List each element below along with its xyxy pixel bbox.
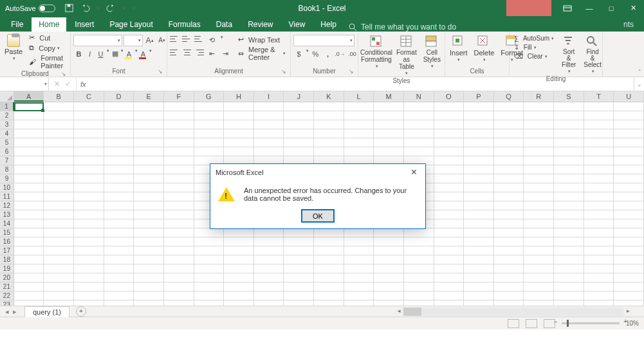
cell[interactable] (314, 273, 344, 282)
cell[interactable] (464, 210, 494, 219)
cell[interactable] (404, 255, 434, 264)
alignment-dialog-launcher-icon[interactable]: ↘ (281, 68, 286, 75)
cell[interactable] (44, 255, 74, 264)
cell[interactable] (14, 237, 44, 246)
cell[interactable] (584, 282, 614, 291)
cell[interactable] (104, 300, 134, 306)
page-layout-view-button[interactable] (526, 319, 537, 328)
cell[interactable] (134, 291, 164, 300)
cell[interactable] (374, 291, 404, 300)
cell[interactable] (374, 237, 404, 246)
cell[interactable] (614, 111, 644, 120)
cell[interactable] (134, 237, 164, 246)
cell[interactable] (584, 120, 614, 129)
cell[interactable] (614, 228, 644, 237)
cell[interactable] (74, 183, 104, 192)
cell[interactable] (374, 264, 404, 273)
cell[interactable] (464, 192, 494, 201)
cell[interactable] (284, 111, 314, 120)
cell[interactable] (194, 102, 225, 111)
cell[interactable] (134, 210, 164, 219)
cell[interactable] (434, 282, 465, 291)
cell[interactable] (134, 201, 164, 210)
column-header[interactable]: E (134, 91, 164, 102)
cell[interactable] (44, 147, 74, 156)
cell[interactable] (134, 183, 164, 192)
cell[interactable] (554, 210, 584, 219)
select-all-button[interactable] (0, 91, 14, 102)
cell[interactable] (434, 129, 465, 138)
cell[interactable] (104, 210, 134, 219)
scroll-right-icon[interactable]: ▸ (623, 308, 632, 316)
cell[interactable] (44, 282, 74, 291)
cell[interactable] (314, 291, 344, 300)
cell[interactable] (404, 300, 434, 306)
cell[interactable] (374, 129, 404, 138)
dialog-ok-button[interactable]: OK (302, 210, 334, 222)
cell[interactable] (584, 156, 614, 165)
cell[interactable] (164, 111, 194, 120)
cell[interactable] (284, 300, 314, 306)
cell[interactable] (374, 246, 404, 255)
cell[interactable] (164, 201, 194, 210)
cell[interactable] (134, 282, 164, 291)
cell[interactable] (614, 210, 644, 219)
cell[interactable] (524, 138, 554, 147)
cell[interactable] (164, 237, 194, 246)
cell[interactable] (254, 129, 284, 138)
cell[interactable] (524, 156, 554, 165)
cell[interactable] (524, 147, 554, 156)
cell[interactable] (584, 192, 614, 201)
cell[interactable] (74, 147, 104, 156)
cell[interactable] (434, 138, 465, 147)
cell[interactable] (344, 282, 374, 291)
row-header[interactable]: 17 (0, 246, 14, 255)
cell[interactable] (494, 147, 524, 156)
cell[interactable] (224, 120, 254, 129)
increase-indent-button[interactable]: ⇥ (220, 48, 231, 59)
cell[interactable] (104, 174, 134, 183)
cell[interactable] (434, 300, 465, 306)
cell[interactable] (104, 228, 134, 237)
row-header[interactable]: 7 (0, 156, 14, 165)
cell[interactable] (44, 228, 74, 237)
cell[interactable] (614, 120, 644, 129)
cell[interactable] (554, 246, 584, 255)
cell[interactable] (314, 111, 344, 120)
normal-view-button[interactable] (508, 319, 519, 328)
borders-button[interactable]: ▦ (109, 48, 120, 59)
column-header[interactable]: L (344, 91, 374, 102)
cell[interactable] (254, 102, 284, 111)
conditional-formatting-button[interactable]: Conditional Formatting▾ (361, 34, 392, 70)
font-dialog-launcher-icon[interactable]: ↘ (158, 68, 163, 75)
row-header[interactable]: 16 (0, 237, 14, 246)
cut-button[interactable]: ✂ Cut (27, 33, 68, 42)
cell[interactable] (524, 291, 554, 300)
cell[interactable] (164, 174, 194, 183)
cell[interactable] (584, 147, 614, 156)
row-header[interactable]: 23 (0, 300, 14, 306)
cell[interactable] (614, 219, 644, 228)
increase-font-button[interactable]: A▴ (144, 35, 155, 46)
cell[interactable] (464, 300, 494, 306)
cell[interactable] (554, 156, 584, 165)
cell[interactable] (584, 201, 614, 210)
cell[interactable] (614, 147, 644, 156)
cell[interactable] (374, 120, 404, 129)
tab-file[interactable]: File (4, 17, 30, 32)
column-header[interactable]: H (224, 91, 254, 102)
cell[interactable] (554, 183, 584, 192)
cell[interactable] (194, 138, 225, 147)
tab-home[interactable]: Home (32, 17, 66, 32)
cell[interactable] (554, 201, 584, 210)
cell[interactable] (14, 120, 44, 129)
align-middle-button[interactable] (182, 35, 192, 43)
cell[interactable] (74, 228, 104, 237)
row-header[interactable]: 18 (0, 255, 14, 264)
cell[interactable] (404, 120, 434, 129)
cell[interactable] (404, 228, 434, 237)
cell[interactable] (614, 138, 644, 147)
format-painter-button[interactable]: 🖌 Format Painter (27, 53, 68, 70)
cell[interactable] (374, 102, 404, 111)
cell[interactable] (494, 255, 524, 264)
